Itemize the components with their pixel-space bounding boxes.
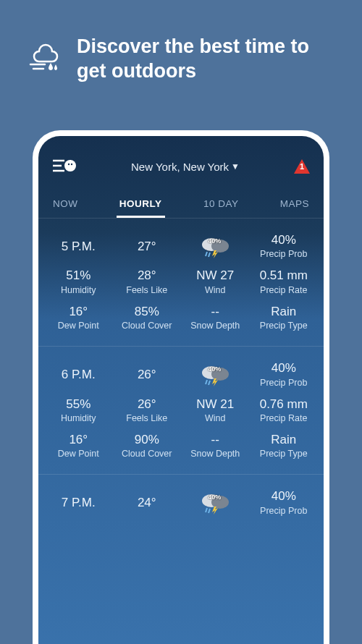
- icon-precip: 40%: [208, 365, 221, 373]
- app-screen: New York, New York ▼ 1 NOW HOURLY 10 DAY…: [38, 136, 324, 644]
- icon-precip: 40%: [208, 493, 221, 501]
- hour-time: 7 P.M.: [62, 496, 96, 510]
- svg-point-6: [68, 164, 70, 165]
- snow-label: Snow Depth: [190, 321, 240, 331]
- hour-time: 6 P.M.: [62, 368, 96, 382]
- hour-block[interactable]: 6 P.M. 26° 40% 40% Precip Prob: [38, 346, 324, 474]
- feels-label: Feels Like: [126, 413, 167, 424]
- wind: NW 21: [196, 397, 234, 412]
- precip-rate: 0.76 mm: [260, 397, 308, 412]
- storm-icon: 40%: [198, 491, 232, 515]
- hour-block[interactable]: 7 P.M. 24° 40% 40% Precip Prob: [38, 474, 324, 530]
- hero-title: Discover the best time to get outdoors: [77, 35, 333, 84]
- ptype-label: Precip Type: [260, 321, 308, 331]
- wind-label: Wind: [205, 285, 225, 296]
- hour-time: 5 P.M.: [62, 240, 96, 254]
- hour-block[interactable]: 5 P.M. 27° 40% 40% Precip Prob: [38, 218, 324, 346]
- precip-prob-label: Precip Prob: [260, 506, 307, 517]
- tab-now[interactable]: NOW: [50, 194, 81, 218]
- alert-badge[interactable]: 1: [293, 158, 311, 174]
- humidity-label: Humidity: [61, 285, 96, 296]
- storm-icon: 40%: [198, 363, 232, 387]
- ptype: Rain: [271, 433, 296, 447]
- icon-precip: 40%: [208, 237, 221, 245]
- cloud-label: Cloud Cover: [122, 449, 172, 459]
- ptype-label: Precip Type: [260, 449, 308, 459]
- topbar: New York, New York ▼ 1: [38, 136, 324, 182]
- wind: NW 27: [196, 268, 234, 283]
- snow: --: [211, 305, 219, 319]
- hero: Discover the best time to get outdoors: [0, 0, 362, 107]
- phone-frame: New York, New York ▼ 1 NOW HOURLY 10 DAY…: [33, 130, 329, 644]
- humidity: 51%: [66, 268, 90, 283]
- snow-label: Snow Depth: [190, 449, 240, 459]
- location-selector[interactable]: New York, New York ▼: [131, 161, 240, 173]
- precip-prob: 40%: [272, 361, 296, 376]
- precip-rate: 0.51 mm: [260, 268, 308, 283]
- precip-prob-label: Precip Prob: [260, 378, 307, 389]
- wind-rain-icon: [29, 41, 65, 77]
- tab-hourly[interactable]: HOURLY: [117, 194, 165, 218]
- alert-count: 1: [293, 162, 311, 171]
- svg-line-15: [206, 380, 207, 384]
- location-label: New York, New York: [131, 161, 229, 173]
- dew: 16°: [69, 305, 88, 319]
- svg-line-16: [209, 381, 210, 385]
- precip-prob: 40%: [272, 233, 296, 247]
- wind-label: Wind: [205, 413, 225, 424]
- hour-temp: 26°: [138, 368, 156, 382]
- cloud-label: Cloud Cover: [122, 321, 172, 331]
- precip-rate-label: Precip Rate: [260, 285, 307, 296]
- precip-prob-label: Precip Prob: [260, 249, 307, 260]
- ptype: Rain: [271, 305, 296, 319]
- feels: 26°: [138, 397, 156, 412]
- chevron-down-icon: ▼: [231, 161, 240, 171]
- hour-temp: 24°: [138, 496, 156, 510]
- tab-maps[interactable]: MAPS: [277, 194, 312, 218]
- humidity-label: Humidity: [61, 413, 96, 424]
- precip-rate-label: Precip Rate: [260, 413, 307, 424]
- dew-label: Dew Point: [58, 321, 99, 331]
- feels: 28°: [138, 268, 156, 283]
- svg-line-11: [206, 252, 207, 256]
- svg-line-20: [209, 509, 210, 513]
- menu-icon[interactable]: [51, 158, 77, 175]
- precip-prob: 40%: [272, 489, 296, 504]
- cloud: 90%: [135, 433, 159, 447]
- hour-temp: 27°: [138, 240, 156, 254]
- svg-point-7: [71, 164, 72, 165]
- dew-label: Dew Point: [58, 449, 99, 459]
- svg-line-19: [206, 508, 207, 512]
- cloud: 85%: [135, 305, 159, 319]
- tab-10day[interactable]: 10 DAY: [201, 194, 242, 218]
- storm-icon: 40%: [198, 234, 232, 259]
- tabs: NOW HOURLY 10 DAY MAPS: [38, 182, 324, 218]
- svg-line-12: [209, 253, 210, 257]
- humidity: 55%: [66, 397, 90, 412]
- feels-label: Feels Like: [126, 285, 167, 296]
- snow: --: [211, 433, 219, 447]
- dew: 16°: [69, 433, 88, 447]
- hourly-list[interactable]: 5 P.M. 27° 40% 40% Precip Prob: [38, 218, 324, 644]
